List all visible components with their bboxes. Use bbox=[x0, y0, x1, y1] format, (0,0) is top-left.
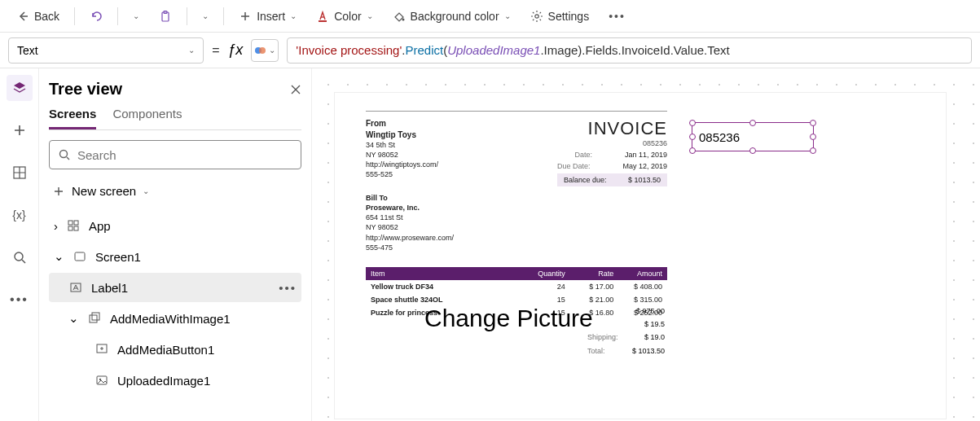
insert-label: Insert bbox=[257, 10, 285, 23]
tab-components[interactable]: Components bbox=[112, 107, 182, 129]
resize-handle[interactable] bbox=[689, 147, 696, 154]
resize-handle[interactable] bbox=[689, 134, 696, 140]
undo-button[interactable] bbox=[81, 5, 111, 28]
resize-handle[interactable] bbox=[810, 120, 816, 126]
chevron-down-icon: ⌄ bbox=[290, 11, 297, 20]
close-button[interactable] bbox=[290, 84, 301, 95]
svg-point-8 bbox=[15, 252, 23, 261]
tree-search[interactable] bbox=[49, 140, 301, 169]
tree-item-label: AddMediaButton1 bbox=[117, 343, 214, 357]
search-input[interactable] bbox=[77, 148, 292, 162]
svg-point-3 bbox=[402, 18, 404, 20]
from-name: Wingtip Toys bbox=[366, 130, 416, 139]
paste-button[interactable] bbox=[151, 5, 180, 28]
back-button[interactable]: Back bbox=[8, 5, 68, 28]
tree-list: › App ⌄ Screen1 Label1 ••• ⌄ AddMediaWit… bbox=[49, 211, 301, 395]
svg-rect-11 bbox=[74, 221, 78, 225]
property-value: Text bbox=[17, 44, 38, 57]
clipboard-icon bbox=[159, 10, 172, 23]
rail-treeview-button[interactable] bbox=[7, 75, 33, 101]
bgcolor-button[interactable]: Background color ⌄ bbox=[385, 5, 519, 28]
search-icon bbox=[12, 250, 27, 265]
resize-handle[interactable] bbox=[749, 147, 756, 154]
label-icon bbox=[68, 280, 83, 295]
gear-icon bbox=[530, 10, 543, 23]
uploaded-image-content[interactable]: From Wingtip Toys 34 5th St NY 98052 htt… bbox=[366, 111, 667, 319]
tree-item-label: AddMediaWithImage1 bbox=[110, 312, 231, 326]
rail-variables-button[interactable]: {x} bbox=[7, 202, 33, 228]
color-button[interactable]: Color ⌄ bbox=[308, 5, 380, 28]
chevron-down-icon: ⌄ bbox=[68, 311, 79, 326]
grid-icon bbox=[12, 165, 27, 180]
resize-handle[interactable] bbox=[689, 120, 696, 126]
tree-item-uploadedimage[interactable]: UploadedImage1 bbox=[49, 366, 301, 395]
media-group-icon bbox=[87, 311, 102, 326]
arrow-left-icon bbox=[16, 10, 29, 23]
bucket-icon bbox=[393, 10, 406, 23]
layers-icon bbox=[12, 81, 27, 95]
undo-icon bbox=[90, 10, 103, 23]
fx-icon[interactable]: ƒx bbox=[227, 42, 243, 59]
paste-split-button[interactable]: ⌄ bbox=[194, 7, 217, 25]
insert-button[interactable]: Insert ⌄ bbox=[231, 5, 305, 28]
tree-item-label: App bbox=[89, 219, 111, 233]
settings-label: Settings bbox=[548, 10, 590, 23]
canvas[interactable]: From Wingtip Toys 34 5th St NY 98052 htt… bbox=[312, 68, 980, 421]
tree-item-label: UploadedImage1 bbox=[117, 374, 210, 388]
invoice-title: INVOICE bbox=[557, 118, 667, 139]
overflow-button[interactable]: ••• bbox=[600, 5, 634, 28]
billto-label: Bill To bbox=[366, 194, 388, 202]
tree-item-label: Screen1 bbox=[95, 250, 141, 264]
formula-token-string: 'Invoice processing' bbox=[296, 43, 402, 57]
plus-icon bbox=[12, 123, 27, 138]
equals-sign: = bbox=[212, 43, 219, 58]
tree-tabs: Screens Components bbox=[49, 107, 301, 130]
chevron-down-icon: ⌄ bbox=[269, 46, 275, 55]
tree-view-panel: Tree view Screens Components New screen … bbox=[39, 68, 312, 421]
resize-handle[interactable] bbox=[749, 120, 756, 126]
tab-screens[interactable]: Screens bbox=[49, 107, 96, 129]
back-label: Back bbox=[34, 10, 59, 23]
chevron-right-icon: › bbox=[54, 219, 58, 233]
media-button-icon bbox=[94, 342, 109, 357]
copilot-icon bbox=[254, 44, 267, 57]
new-screen-button[interactable]: New screen ⌄ bbox=[49, 178, 301, 204]
label1-control[interactable]: 085236 bbox=[692, 122, 814, 151]
resize-handle[interactable] bbox=[810, 134, 816, 140]
copilot-button[interactable]: ⌄ bbox=[251, 39, 279, 62]
settings-button[interactable]: Settings bbox=[522, 5, 598, 28]
resize-handle[interactable] bbox=[810, 147, 816, 154]
rail-more-button[interactable]: ••• bbox=[7, 287, 33, 313]
app-icon bbox=[66, 218, 81, 233]
rail-search-button[interactable] bbox=[7, 244, 33, 270]
svg-rect-13 bbox=[74, 226, 78, 230]
formula-bar: Text ⌄ = ƒx ⌄ 'Invoice processing'.Predi… bbox=[0, 33, 980, 68]
search-icon bbox=[58, 148, 71, 161]
svg-point-9 bbox=[60, 151, 68, 158]
change-picture-text[interactable]: Change Picture bbox=[424, 305, 593, 332]
formula-input[interactable]: 'Invoice processing'.Predict(UploadedIma… bbox=[287, 37, 972, 64]
tree-item-addmediabutton[interactable]: AddMediaButton1 bbox=[49, 335, 301, 364]
rail-data-button[interactable] bbox=[7, 160, 33, 186]
variables-icon: {x} bbox=[12, 208, 25, 221]
plus-icon bbox=[239, 10, 252, 23]
tree-item-label1[interactable]: Label1 ••• bbox=[49, 273, 301, 302]
artboard-screen1[interactable]: From Wingtip Toys 34 5th St NY 98052 htt… bbox=[335, 93, 946, 419]
left-rail: {x} ••• bbox=[0, 68, 39, 421]
item-more-button[interactable]: ••• bbox=[279, 281, 297, 295]
chevron-down-icon: ⌄ bbox=[202, 11, 209, 20]
plus-icon bbox=[52, 185, 65, 198]
tree-item-addmedia[interactable]: ⌄ AddMediaWithImage1 bbox=[49, 304, 301, 333]
label1-text: 085236 bbox=[699, 130, 740, 144]
new-screen-label: New screen bbox=[72, 184, 136, 198]
undo-split-button[interactable]: ⌄ bbox=[125, 7, 147, 25]
invoice-number: 085236 bbox=[557, 139, 667, 147]
property-selector[interactable]: Text ⌄ bbox=[8, 37, 204, 64]
chevron-down-icon: ⌄ bbox=[143, 186, 149, 195]
svg-rect-2 bbox=[319, 20, 327, 22]
rail-insert-button[interactable] bbox=[7, 117, 33, 143]
svg-point-6 bbox=[259, 47, 266, 54]
tree-item-screen1[interactable]: ⌄ Screen1 bbox=[49, 242, 301, 271]
tree-item-app[interactable]: › App bbox=[49, 211, 301, 240]
tree-item-label: Label1 bbox=[91, 281, 128, 295]
